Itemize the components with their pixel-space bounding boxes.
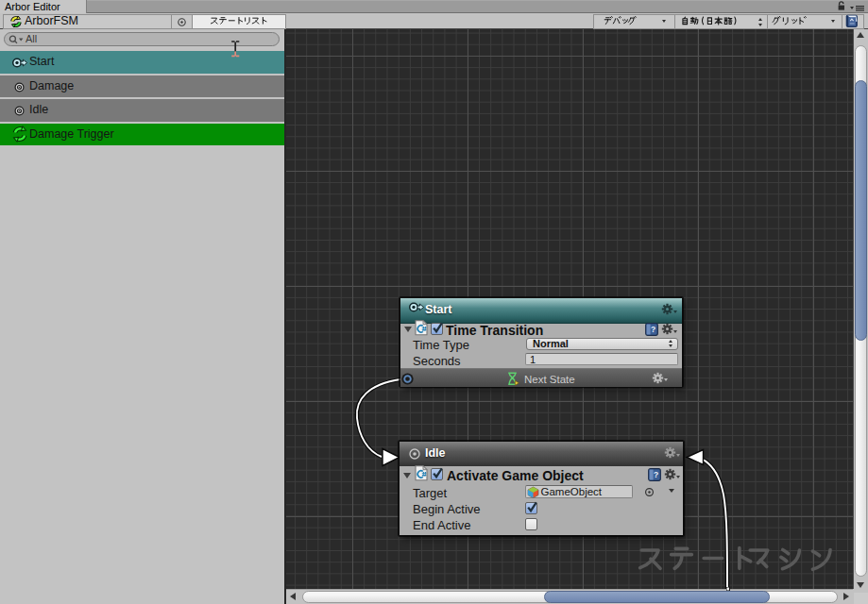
svg-text:?: ? bbox=[651, 325, 655, 334]
svg-text:?: ? bbox=[654, 470, 658, 479]
